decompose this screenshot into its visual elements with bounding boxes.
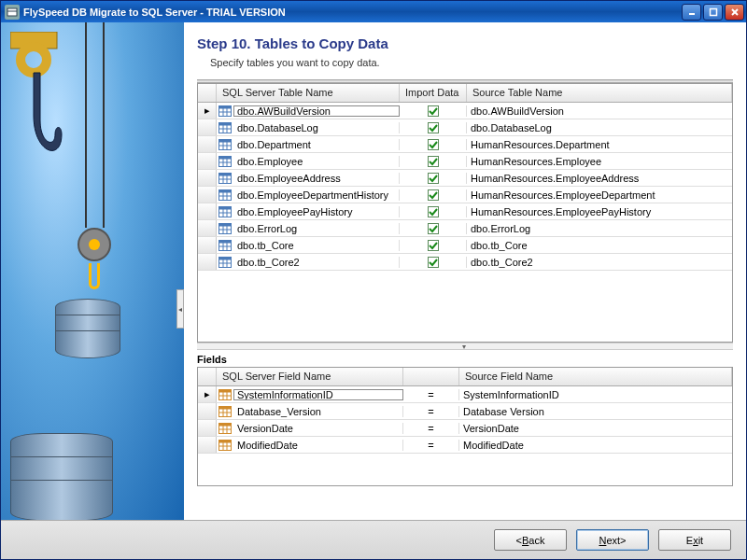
table-row[interactable]: dbo.ErrorLogdbo.ErrorLog [198,220,732,237]
sql-table-name-cell[interactable]: dbo.ErrorLog [233,223,400,234]
source-table-name-cell[interactable]: HumanResources.Department [467,139,732,150]
svg-rect-3 [710,8,716,15]
close-button[interactable] [725,4,744,21]
tables-body[interactable]: ▸dbo.AWBuildVersiondbo.AWBuildVersiondbo… [198,103,732,342]
table-row[interactable]: ▸dbo.AWBuildVersiondbo.AWBuildVersion [198,103,732,119]
source-table-name-cell[interactable]: dbo.DatabaseLog [467,122,732,133]
row-indicator [198,119,217,135]
titlebar-buttons [682,4,744,21]
import-checkbox[interactable] [428,173,439,184]
maximize-button[interactable] [703,4,723,21]
sql-table-name-cell[interactable]: dbo.Employee [233,156,400,167]
import-data-cell[interactable] [400,189,467,201]
svg-rect-19 [219,139,232,142]
equals-cell: = [403,389,459,400]
sql-table-name-cell[interactable]: dbo.tb_Core [233,240,400,251]
import-checkbox[interactable] [428,105,439,117]
source-table-name-cell[interactable]: dbo.tb_Core [467,240,732,251]
sql-table-name-cell[interactable]: dbo.EmployeeDepartmentHistory [233,189,400,201]
table-row[interactable]: dbo.tb_Coredbo.tb_Core [198,237,732,254]
import-data-cell[interactable] [400,156,467,167]
sql-table-name-cell[interactable]: dbo.AWBuildVersion [233,105,400,117]
source-table-name-cell[interactable]: HumanResources.EmployeePayHistory [467,206,732,217]
import-data-cell[interactable] [400,257,467,268]
sql-field-name-cell[interactable]: ModifiedDate [233,440,403,451]
table-row[interactable]: dbo.DepartmentHumanResources.Department [198,136,732,153]
sql-field-name-cell[interactable]: VersionDate [233,423,403,434]
sql-table-name-cell[interactable]: dbo.EmployeePayHistory [233,206,400,217]
table-icon [217,153,233,169]
svg-rect-14 [219,122,232,125]
field-row[interactable]: Database_Version=Database Version [198,403,732,420]
col-import-data[interactable]: Import Data [400,84,467,102]
import-checkbox[interactable] [428,223,439,234]
equals-cell: = [403,406,459,417]
import-data-cell[interactable] [400,223,467,234]
source-field-name-cell[interactable]: SystemInformationID [459,389,732,400]
col-sql-table-name[interactable]: SQL Server Table Name [217,84,400,102]
source-table-name-cell[interactable]: dbo.tb_Core2 [467,257,732,268]
collapse-sidebar-button[interactable]: ◂ [176,289,184,329]
next-button[interactable]: Next > [576,529,649,551]
source-field-name-cell[interactable]: ModifiedDate [459,440,732,451]
source-field-name-cell[interactable]: VersionDate [459,423,732,434]
field-row[interactable]: ▸SystemInformationID=SystemInformationID [198,386,732,403]
import-data-cell[interactable] [400,206,467,217]
source-table-name-cell[interactable]: HumanResources.Employee [467,156,732,167]
import-data-cell[interactable] [400,139,467,150]
source-table-name-cell[interactable]: dbo.ErrorLog [467,223,732,234]
import-data-cell[interactable] [400,173,467,184]
import-data-cell[interactable] [400,105,467,117]
col-source-table-name[interactable]: Source Table Name [467,84,732,102]
import-checkbox[interactable] [428,257,439,268]
svg-point-7 [21,47,47,73]
col-sql-field-name[interactable]: SQL Server Field Name [217,368,403,385]
import-checkbox[interactable] [428,139,439,150]
step-heading: Step 10. Tables to Copy Data [197,35,733,51]
import-checkbox[interactable] [428,122,439,133]
row-indicator [198,237,217,253]
titlebar[interactable]: FlySpeed DB Migrate to SQL Server - TRIA… [1,1,746,22]
sql-field-name-cell[interactable]: Database_Version [233,406,403,417]
import-checkbox[interactable] [428,240,439,251]
source-table-name-cell[interactable]: HumanResources.EmployeeDepartment [467,189,732,201]
sql-table-name-cell[interactable]: dbo.Department [233,139,400,150]
table-icon [217,103,233,119]
source-table-name-cell[interactable]: HumanResources.EmployeeAddress [467,173,732,184]
tables-header-row: SQL Server Table Name Import Data Source… [198,84,732,103]
horizontal-splitter[interactable]: ▾ [197,343,733,350]
field-row[interactable]: ModifiedDate=ModifiedDate [198,437,732,454]
import-data-cell[interactable] [400,240,467,251]
sql-table-name-cell[interactable]: dbo.tb_Core2 [233,257,400,268]
sql-field-name-cell[interactable]: SystemInformationID [233,389,403,400]
svg-rect-44 [219,223,232,226]
svg-rect-0 [7,8,17,16]
col-source-field-name[interactable]: Source Field Name [459,368,732,385]
minimize-button[interactable] [682,4,701,21]
field-row[interactable]: VersionDate=VersionDate [198,420,732,437]
table-row[interactable]: dbo.tb_Core2dbo.tb_Core2 [198,254,732,271]
fields-body[interactable]: ▸SystemInformationID=SystemInformationID… [198,386,732,485]
import-checkbox[interactable] [428,189,439,201]
table-icon [217,187,233,203]
exit-button[interactable]: Exit [658,529,731,551]
window-title: FlySpeed DB Migrate to SQL Server - TRIA… [23,7,682,18]
sql-table-name-cell[interactable]: dbo.DatabaseLog [233,122,400,133]
table-row[interactable]: dbo.EmployeeDepartmentHistoryHumanResour… [198,187,732,203]
table-row[interactable]: dbo.DatabaseLogdbo.DatabaseLog [198,119,732,136]
import-checkbox[interactable] [428,206,439,217]
equals-cell: = [403,423,459,434]
import-checkbox[interactable] [428,156,439,167]
table-row[interactable]: dbo.EmployeeAddressHumanResources.Employ… [198,170,732,187]
fields-grid: SQL Server Field Name Source Field Name … [197,367,733,486]
import-data-cell[interactable] [400,122,467,133]
table-row[interactable]: dbo.EmployeePayHistoryHumanResources.Emp… [198,203,732,220]
back-button[interactable]: < Back [494,529,567,551]
source-field-name-cell[interactable]: Database Version [459,406,732,417]
table-icon [217,237,233,253]
row-indicator: ▸ [198,386,217,402]
window-body: ◂ Step 10. Tables to Copy Data Specify t… [1,22,746,520]
sql-table-name-cell[interactable]: dbo.EmployeeAddress [233,173,400,184]
source-table-name-cell[interactable]: dbo.AWBuildVersion [467,105,732,117]
table-row[interactable]: dbo.EmployeeHumanResources.Employee [198,153,732,170]
